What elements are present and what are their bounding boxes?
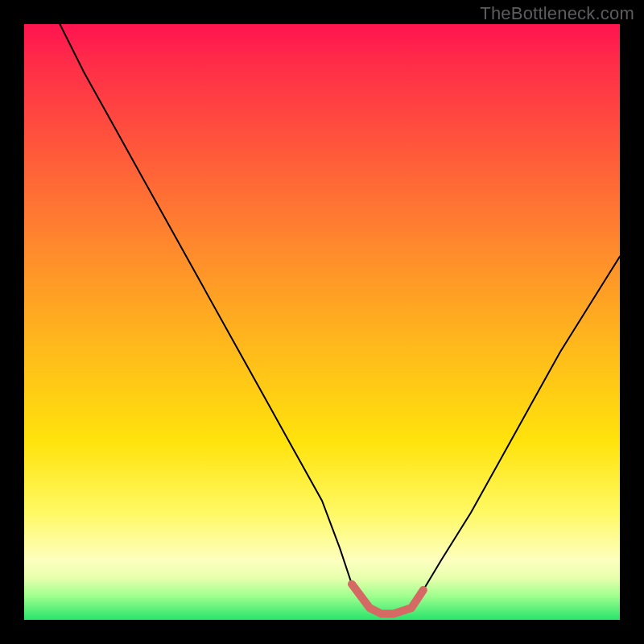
plot-area bbox=[24, 24, 620, 620]
trough-marker bbox=[352, 584, 423, 614]
bottleneck-curve bbox=[60, 24, 620, 614]
chart-frame: TheBottleneck.com bbox=[0, 0, 644, 644]
chart-svg bbox=[24, 24, 620, 620]
watermark-text: TheBottleneck.com bbox=[480, 3, 634, 24]
